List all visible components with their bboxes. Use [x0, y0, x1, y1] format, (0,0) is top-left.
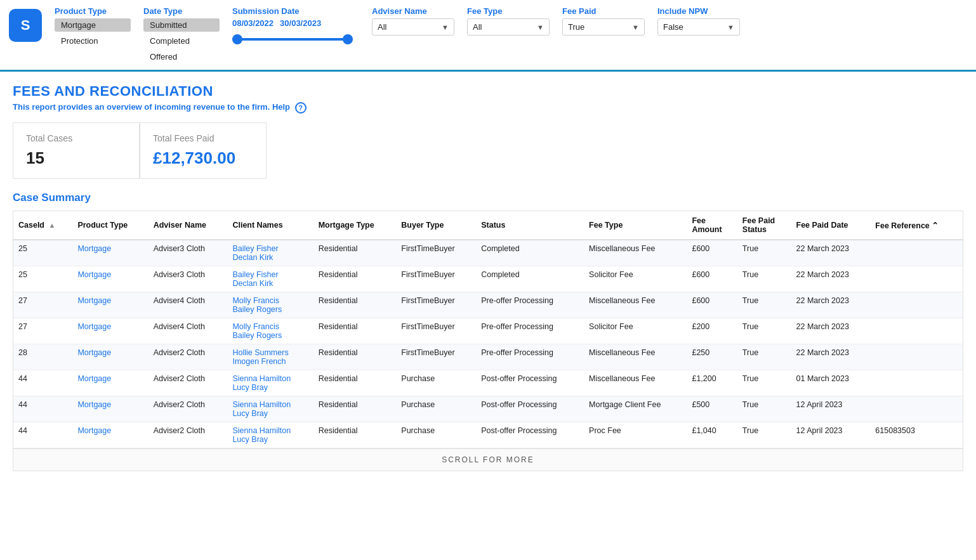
include-npw-arrow: ▼ — [727, 23, 734, 31]
include-npw-label: Include NPW — [657, 6, 740, 16]
fee-type-value: All — [473, 22, 482, 32]
cell-fee-type: Miscellaneous Fee — [584, 240, 687, 266]
total-fees-value: £12,730.00 — [153, 148, 247, 168]
cell-clients: Sienna HamiltonLucy Bray — [227, 370, 313, 396]
submission-date-label: Submission Date — [232, 6, 359, 16]
cell-fee-reference: 615083503 — [870, 422, 963, 448]
cell-adviser: Adviser4 Cloth — [148, 292, 228, 318]
cell-caseid: 44 — [13, 422, 72, 448]
table-row[interactable]: 25MortgageAdviser3 ClothBailey FisherDec… — [13, 240, 963, 266]
product-type-filter: Product Type Mortgage Protection — [55, 6, 131, 48]
cell-adviser: Adviser2 Cloth — [148, 422, 228, 448]
cell-clients: Hollie SummersImogen French — [227, 344, 313, 370]
table-row[interactable]: 44MortgageAdviser2 ClothSienna HamiltonL… — [13, 422, 963, 448]
table-row[interactable]: 28MortgageAdviser2 ClothHollie SummersIm… — [13, 344, 963, 370]
app-logo: S — [9, 9, 42, 42]
col-mortgage-type[interactable]: Mortgage Type — [313, 211, 397, 240]
cell-adviser: Adviser2 Cloth — [148, 396, 228, 422]
cell-buyer-type: Purchase — [396, 370, 476, 396]
table-row[interactable]: 25MortgageAdviser3 ClothBailey FisherDec… — [13, 266, 963, 292]
table-row[interactable]: 44MortgageAdviser2 ClothSienna HamiltonL… — [13, 370, 963, 396]
cell-product-type: Mortgage — [72, 266, 148, 292]
col-fee-type[interactable]: Fee Type — [584, 211, 687, 240]
table-header-row: CaseId ▲ Product Type Adviser Name Clien… — [13, 211, 963, 240]
fee-paid-value: True — [568, 22, 584, 32]
date-end: 30/03/2023 — [280, 18, 321, 28]
product-type-protection[interactable]: Protection — [55, 34, 131, 48]
slider-thumb-right[interactable] — [343, 34, 353, 44]
date-type-submitted[interactable]: Submitted — [143, 18, 220, 32]
cell-fee-paid-status: True — [737, 240, 791, 266]
cell-fee-amount: £600 — [687, 240, 737, 266]
help-link[interactable]: Help — [272, 102, 290, 112]
date-slider[interactable] — [232, 30, 359, 48]
table-row[interactable]: 27MortgageAdviser4 ClothMolly FrancisBai… — [13, 318, 963, 344]
cell-fee-paid-date: 22 March 2023 — [791, 292, 871, 318]
case-summary-table: CaseId ▲ Product Type Adviser Name Clien… — [13, 211, 963, 448]
scroll-more: SCROLL FOR MORE — [13, 448, 963, 471]
col-client-names[interactable]: Client Names — [227, 211, 313, 240]
date-type-completed[interactable]: Completed — [143, 34, 220, 48]
cell-fee-type: Solicitor Fee — [584, 266, 687, 292]
cell-fee-paid-status: True — [737, 422, 791, 448]
cell-fee-reference — [870, 396, 963, 422]
cell-product-type: Mortgage — [72, 292, 148, 318]
cell-clients: Molly FrancisBailey Rogers — [227, 292, 313, 318]
slider-thumb-left[interactable] — [232, 34, 242, 44]
cell-fee-reference — [870, 370, 963, 396]
cell-fee-paid-date: 01 March 2023 — [791, 370, 871, 396]
include-npw-dropdown[interactable]: False ▼ — [657, 18, 740, 36]
fee-type-arrow: ▼ — [537, 23, 544, 31]
fee-paid-label: Fee Paid — [562, 6, 645, 16]
col-adviser-name[interactable]: Adviser Name — [148, 211, 228, 240]
cell-buyer-type: FirstTimeBuyer — [396, 240, 476, 266]
cell-fee-paid-date: 22 March 2023 — [791, 344, 871, 370]
cell-mortgage-type: Residential — [313, 344, 397, 370]
cell-status: Pre-offer Processing — [476, 318, 584, 344]
adviser-name-dropdown[interactable]: All ▼ — [372, 18, 454, 36]
cell-status: Pre-offer Processing — [476, 292, 584, 318]
total-cases-label: Total Cases — [26, 133, 120, 143]
cell-product-type: Mortgage — [72, 396, 148, 422]
cell-clients: Molly FrancisBailey Rogers — [227, 318, 313, 344]
include-npw-value: False — [663, 22, 683, 32]
col-status[interactable]: Status — [476, 211, 584, 240]
cell-fee-type: Mortgage Client Fee — [584, 396, 687, 422]
cell-clients: Sienna HamiltonLucy Bray — [227, 422, 313, 448]
fee-paid-dropdown[interactable]: True ▼ — [562, 18, 645, 36]
date-type-offered[interactable]: Offered — [143, 50, 220, 63]
cell-product-type: Mortgage — [72, 318, 148, 344]
cell-fee-type: Solicitor Fee — [584, 318, 687, 344]
col-fee-paid-date[interactable]: Fee Paid Date — [791, 211, 871, 240]
col-buyer-type[interactable]: Buyer Type — [396, 211, 476, 240]
product-type-mortgage[interactable]: Mortgage — [55, 18, 131, 32]
table-row[interactable]: 27MortgageAdviser4 ClothMolly FrancisBai… — [13, 292, 963, 318]
cell-product-type: Mortgage — [72, 240, 148, 266]
cell-fee-reference — [870, 318, 963, 344]
cell-mortgage-type: Residential — [313, 240, 397, 266]
col-caseid[interactable]: CaseId ▲ — [13, 211, 72, 240]
col-fee-paid-status[interactable]: Fee PaidStatus — [737, 211, 791, 240]
cell-buyer-type: Purchase — [396, 396, 476, 422]
col-product-type[interactable]: Product Type — [72, 211, 148, 240]
adviser-name-value: All — [378, 22, 386, 32]
cell-fee-paid-date: 22 March 2023 — [791, 240, 871, 266]
cell-fee-paid-status: True — [737, 292, 791, 318]
sort-icon-caseid: ▲ — [48, 221, 55, 229]
cell-mortgage-type: Residential — [313, 292, 397, 318]
date-type-label: Date Type — [143, 6, 220, 16]
cell-fee-type: Miscellaneous Fee — [584, 344, 687, 370]
page-title: FEES AND RECONCILIATION — [13, 83, 963, 100]
cell-caseid: 44 — [13, 396, 72, 422]
col-fee-reference[interactable]: Fee Reference ⌃ — [870, 211, 963, 240]
fee-paid-filter: Fee Paid True ▼ — [562, 6, 645, 36]
fee-type-dropdown[interactable]: All ▼ — [467, 18, 550, 36]
cell-fee-paid-status: True — [737, 266, 791, 292]
help-icon[interactable]: ? — [295, 102, 307, 114]
cell-status: Completed — [476, 266, 584, 292]
col-fee-amount[interactable]: FeeAmount — [687, 211, 737, 240]
cell-fee-amount: £200 — [687, 318, 737, 344]
case-summary-table-container: CaseId ▲ Product Type Adviser Name Clien… — [13, 211, 963, 471]
table-row[interactable]: 44MortgageAdviser2 ClothSienna HamiltonL… — [13, 396, 963, 422]
date-type-filter: Date Type Submitted Completed Offered — [143, 6, 220, 63]
